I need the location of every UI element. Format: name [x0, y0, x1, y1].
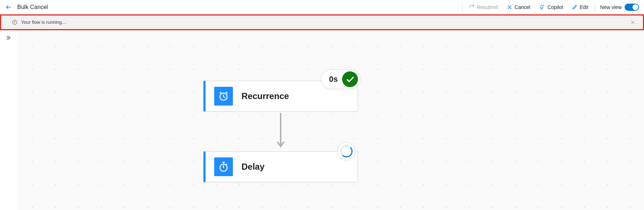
- page-title: Bulk Cancel: [17, 4, 48, 10]
- node-icon: [214, 157, 233, 176]
- canvas-area: 0s Recurrence: [0, 30, 644, 210]
- node-icon: [214, 87, 233, 106]
- svg-point-5: [14, 21, 15, 21]
- arrow-down-icon: [276, 113, 285, 150]
- node-status-time: 0s: [329, 75, 338, 84]
- node-status-running: [337, 142, 355, 160]
- node-label: Delay: [242, 162, 264, 172]
- close-icon: [507, 4, 512, 10]
- flow-connector: [203, 112, 358, 151]
- banner-message: Your flow is running...: [21, 19, 66, 25]
- cancel-button[interactable]: Cancel: [503, 3, 534, 12]
- copilot-label: Copilot: [547, 4, 563, 10]
- resubmit-label: Resubmit: [477, 4, 498, 10]
- refresh-icon: [469, 4, 475, 10]
- status-success-badge: [342, 71, 358, 87]
- flow-node-delay[interactable]: Delay: [203, 151, 358, 182]
- command-bar: Bulk Cancel Resubmit Cancel Copilot Edit…: [0, 0, 644, 14]
- edit-button[interactable]: Edit: [568, 3, 592, 12]
- app-root: Bulk Cancel Resubmit Cancel Copilot Edit…: [0, 0, 644, 210]
- back-button[interactable]: [4, 2, 14, 12]
- resubmit-button: Resubmit: [465, 3, 502, 12]
- copilot-icon: [539, 4, 545, 10]
- close-icon: [630, 20, 635, 25]
- copilot-button[interactable]: Copilot: [535, 3, 567, 12]
- banner-highlight: Your flow is running...: [0, 14, 644, 30]
- svg-line-14: [226, 164, 227, 165]
- node-status-pill: 0s: [321, 70, 360, 89]
- new-view-label: New view: [600, 4, 622, 10]
- new-view-toggle[interactable]: [625, 4, 639, 11]
- new-view-toggle-group: New view: [600, 4, 639, 11]
- flow-node-recurrence[interactable]: 0s Recurrence: [203, 81, 358, 112]
- clock-icon: [218, 91, 229, 102]
- status-banner: Your flow is running...: [1, 15, 643, 29]
- expand-panel-button[interactable]: [3, 32, 14, 43]
- arrow-left-icon: [5, 4, 12, 10]
- side-rail: [0, 30, 17, 210]
- chevron-double-right-icon: [5, 35, 11, 41]
- checkmark-icon: [345, 75, 355, 84]
- cancel-label: Cancel: [515, 4, 530, 10]
- banner-close-button[interactable]: [628, 17, 638, 27]
- edit-label: Edit: [580, 4, 588, 10]
- pencil-icon: [572, 4, 578, 10]
- node-label: Recurrence: [242, 91, 289, 101]
- flow-canvas[interactable]: 0s Recurrence: [17, 30, 644, 210]
- flow-graph: 0s Recurrence: [203, 81, 358, 182]
- info-icon: [12, 19, 18, 25]
- separator: [462, 3, 463, 11]
- stopwatch-icon: [218, 161, 229, 172]
- separator: [595, 3, 595, 11]
- spinner-icon: [340, 145, 353, 157]
